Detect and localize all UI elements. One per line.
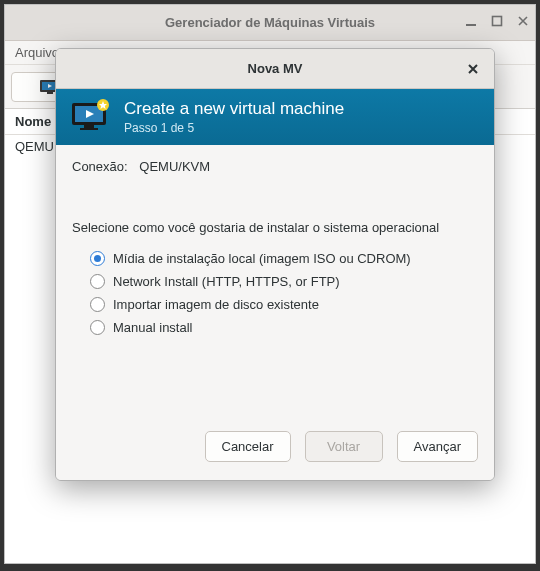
dialog-step-label: Passo 1 de 5 — [124, 121, 344, 135]
radio-label: Importar imagem de disco existente — [113, 297, 319, 312]
radio-icon — [90, 297, 105, 312]
column-header-name[interactable]: Nome — [15, 114, 51, 129]
forward-button[interactable]: Avançar — [397, 431, 478, 462]
menu-file[interactable]: Arquivo — [15, 45, 59, 60]
connection-value: QEMU/KVM — [139, 159, 210, 174]
minimize-icon[interactable] — [465, 15, 477, 30]
dialog-body: Conexão: QEMU/KVM Selecione como você go… — [56, 145, 494, 417]
radio-option-network-install[interactable]: Network Install (HTTP, HTTPS, or FTP) — [90, 270, 478, 293]
spacer — [72, 339, 478, 409]
radio-icon — [90, 274, 105, 289]
radio-label: Network Install (HTTP, HTTPS, or FTP) — [113, 274, 340, 289]
radio-option-import-disk[interactable]: Importar imagem de disco existente — [90, 293, 478, 316]
dialog-titlebar: Nova MV — [56, 49, 494, 89]
radio-label: Manual install — [113, 320, 193, 335]
dialog-title: Nova MV — [248, 61, 303, 76]
back-button: Voltar — [305, 431, 383, 462]
install-prompt: Selecione como você gostaria de instalar… — [72, 220, 478, 235]
dialog-header-title: Create a new virtual machine — [124, 99, 344, 119]
dialog-close-button[interactable] — [462, 58, 484, 80]
close-icon[interactable] — [517, 15, 529, 30]
maximize-icon[interactable] — [491, 15, 503, 30]
radio-option-manual-install[interactable]: Manual install — [90, 316, 478, 339]
connection-label: Conexão: — [72, 159, 128, 174]
svg-rect-1 — [493, 17, 502, 26]
main-window-title: Gerenciador de Máquinas Virtuais — [165, 15, 375, 30]
radio-icon — [90, 251, 105, 266]
svg-rect-10 — [80, 128, 98, 130]
window-controls — [465, 5, 529, 40]
dialog-footer: Cancelar Voltar Avançar — [56, 417, 494, 480]
radio-icon — [90, 320, 105, 335]
svg-rect-9 — [84, 125, 94, 128]
svg-rect-0 — [466, 24, 476, 26]
svg-rect-5 — [47, 92, 53, 94]
connection-row: Conexão: QEMU/KVM — [72, 159, 478, 174]
new-vm-dialog: Nova MV Create a new virtual machine Pas… — [55, 48, 495, 481]
cancel-button[interactable]: Cancelar — [205, 431, 291, 462]
new-vm-icon — [70, 99, 112, 135]
dialog-header: Create a new virtual machine Passo 1 de … — [56, 89, 494, 145]
main-titlebar: Gerenciador de Máquinas Virtuais — [5, 5, 535, 41]
dialog-header-text: Create a new virtual machine Passo 1 de … — [124, 99, 344, 135]
radio-label: Mídia de instalação local (imagem ISO ou… — [113, 251, 411, 266]
install-method-radio-group: Mídia de instalação local (imagem ISO ou… — [72, 247, 478, 339]
radio-option-local-media[interactable]: Mídia de instalação local (imagem ISO ou… — [90, 247, 478, 270]
